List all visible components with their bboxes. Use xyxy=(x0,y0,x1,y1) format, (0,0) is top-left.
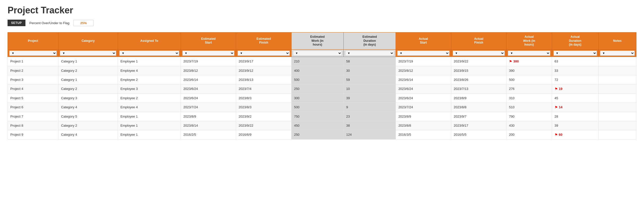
filter-act-finish[interactable]: ▼ xyxy=(453,51,505,56)
cell-category: Category 2 xyxy=(58,121,118,130)
filter-assigned[interactable]: ▼ xyxy=(119,51,179,56)
cell-est_start: 2023/6/24 xyxy=(181,93,236,102)
table-row: Project 4Category 2Employee 32023/6/2420… xyxy=(8,84,636,93)
filter-est-duration[interactable]: ▼ xyxy=(345,51,394,56)
flag-icon: ⚑ xyxy=(555,87,558,91)
cell-act_finish: 2023/8/26 xyxy=(451,75,506,84)
page-title: Project Tracker xyxy=(8,5,636,16)
cell-notes xyxy=(598,84,636,93)
flag-icon: ⚑ xyxy=(555,133,558,137)
cell-category: Category 5 xyxy=(58,112,118,121)
cell-notes xyxy=(598,93,636,102)
cell-category: Category 4 xyxy=(58,102,118,112)
cell-act_work: 790 xyxy=(506,112,552,121)
cell-act_duration: ⚑19 xyxy=(552,84,598,93)
cell-act_finish: 2023/9/15 xyxy=(451,66,506,75)
cell-project: Project 2 xyxy=(8,66,58,75)
col-act-duration: ActualDuration(in days) xyxy=(552,32,598,50)
cell-est_work: 400 xyxy=(291,66,343,75)
cell-est_work: 250 xyxy=(291,130,343,139)
cell-assigned_to: Employee 4 xyxy=(118,66,181,75)
cell-act_finish: 2023/7/13 xyxy=(451,84,506,93)
cell-est_finish: 2023/7/4 xyxy=(236,84,292,93)
table-row: Project 1Category 1Employee 12023/7/1920… xyxy=(8,57,636,66)
col-est-start: EstimatedStart xyxy=(181,32,236,50)
table-row: Project 9Category 4Employee 12016/2/5201… xyxy=(8,130,636,139)
filter-act-work[interactable]: ▼ xyxy=(508,51,550,56)
table-row: Project 2Category 2Employee 42023/8/1220… xyxy=(8,66,636,75)
cell-est_start: 2023/6/14 xyxy=(181,75,236,84)
cell-act_duration: 33 xyxy=(552,66,598,75)
cell-est_duration: 39 xyxy=(344,93,396,102)
cell-est_work: 500 xyxy=(291,75,343,84)
cell-notes xyxy=(598,130,636,139)
cell-act_duration: 63 xyxy=(552,57,598,66)
cell-act_duration: 39 xyxy=(552,121,598,130)
cell-project: Project 5 xyxy=(8,93,58,102)
table-row: Project 6Category 4Employee 42023/7/2420… xyxy=(8,102,636,112)
cell-assigned_to: Employee 1 xyxy=(118,57,181,66)
filter-category[interactable]: ▼ xyxy=(60,51,116,56)
cell-est_start: 2016/2/5 xyxy=(181,130,236,139)
flag-icon: ⚑ xyxy=(509,59,512,63)
setup-button[interactable]: SETUP xyxy=(8,20,25,26)
cell-act_start: 2023/6/24 xyxy=(396,84,451,93)
cell-assigned_to: Employee 1 xyxy=(118,121,181,130)
cell-est_duration: 124 xyxy=(344,130,396,139)
cell-assigned_to: Employee 2 xyxy=(118,93,181,102)
cell-est_finish: 2023/9/12 xyxy=(236,66,292,75)
setup-bar: SETUP Percent Over/Under to Flag 25% xyxy=(8,20,636,26)
cell-est_duration: 38 xyxy=(344,121,396,130)
cell-est_finish: 2023/8/3 xyxy=(236,102,292,112)
filter-notes[interactable]: ▼ xyxy=(600,51,635,56)
cell-assigned_to: Employee 1 xyxy=(118,130,181,139)
filter-est-work[interactable]: ▼ xyxy=(293,51,342,56)
cell-assigned_to: Employee 4 xyxy=(118,102,181,112)
cell-est_start: 2023/8/14 xyxy=(181,121,236,130)
cell-act_finish: 2023/8/8 xyxy=(451,102,506,112)
col-act-start: ActualStart xyxy=(396,32,451,50)
cell-est_finish: 2023/9/17 xyxy=(236,57,292,66)
cell-act_start: 2023/8/8 xyxy=(396,121,451,130)
cell-act_finish: 2023/8/9 xyxy=(451,93,506,102)
flag-value[interactable]: 25% xyxy=(73,20,93,26)
cell-est_start: 2023/8/9 xyxy=(181,112,236,121)
cell-notes xyxy=(598,75,636,84)
cell-est_start: 2023/7/24 xyxy=(181,102,236,112)
col-est-duration: EstimatedDuration(in days) xyxy=(344,32,396,50)
cell-project: Project 6 xyxy=(8,102,58,112)
flag-label: Percent Over/Under to Flag xyxy=(29,21,70,25)
cell-act_finish: 2023/9/17 xyxy=(451,121,506,130)
cell-category: Category 4 xyxy=(58,130,118,139)
flag-icon: ⚑ xyxy=(555,105,558,109)
table-row: Project 8Category 2Employee 12023/8/1420… xyxy=(8,121,636,130)
col-notes: Notes xyxy=(598,32,636,50)
table-row: Project 5Category 3Employee 22023/6/2420… xyxy=(8,93,636,102)
cell-est_start: 2023/8/12 xyxy=(181,66,236,75)
cell-act_finish: 2023/9/22 xyxy=(451,57,506,66)
filter-act-duration[interactable]: ▼ xyxy=(554,51,597,56)
cell-assigned_to: Employee 1 xyxy=(118,112,181,121)
cell-est_start: 2023/6/24 xyxy=(181,84,236,93)
cell-category: Category 2 xyxy=(58,84,118,93)
cell-category: Category 2 xyxy=(58,66,118,75)
flagged-value: 14 xyxy=(559,105,562,109)
table-row: Project 3Category 1Employee 22023/6/1420… xyxy=(8,75,636,84)
cell-est_work: 450 xyxy=(291,121,343,130)
cell-notes xyxy=(598,121,636,130)
cell-assigned_to: Employee 2 xyxy=(118,75,181,84)
filter-project[interactable]: ▼ xyxy=(9,51,57,56)
cell-act_work: 276 xyxy=(506,84,552,93)
cell-est_duration: 58 xyxy=(344,57,396,66)
filter-act-start[interactable]: ▼ xyxy=(397,51,449,56)
cell-est_duration: 10 xyxy=(344,84,396,93)
cell-act_work: 390 xyxy=(506,66,552,75)
filter-est-start[interactable]: ▼ xyxy=(182,51,235,56)
table-row: Project 7Category 5Employee 12023/8/9202… xyxy=(8,112,636,121)
col-assigned-to: Assigned To xyxy=(118,32,181,50)
cell-act_start: 2016/3/5 xyxy=(396,130,451,139)
filter-est-finish[interactable]: ▼ xyxy=(238,51,290,56)
cell-est_work: 250 xyxy=(291,84,343,93)
cell-est_start: 2023/7/19 xyxy=(181,57,236,66)
cell-category: Category 3 xyxy=(58,93,118,102)
